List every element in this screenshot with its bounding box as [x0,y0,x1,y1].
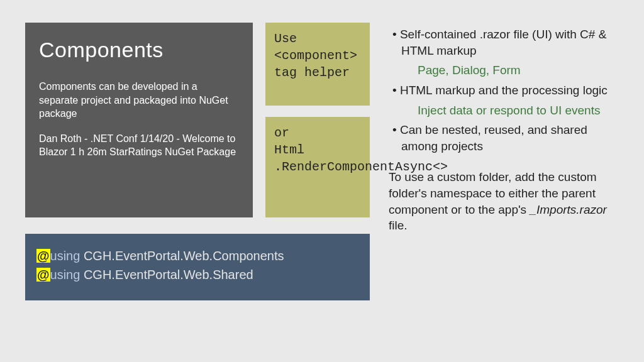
note-filename: _Imports.razor [530,203,606,216]
using-keyword: using [50,249,80,263]
snippet-line: Html [274,141,361,158]
namespace: CGH.EventPortal.Web.Shared [80,268,253,282]
code-line: @using CGH.EventPortal.Web.Components [36,246,358,265]
snippet-line: .RenderComponentAsync<> [274,158,361,175]
title-description: Components can be developed in a separat… [39,80,239,121]
code-line: @using CGH.EventPortal.Web.Shared [36,265,358,284]
bullet-subitem: Inject data or respond to UI events [386,102,623,119]
bullet-list: Self-contained .razor file (UI) with C# … [386,26,623,154]
bullet-subitem: Page, Dialog, Form [386,62,623,79]
using-keyword: using [50,268,80,282]
title-attribution: Dan Roth - .NET Conf 1/14/20 - Welcome t… [39,132,239,159]
code-box-usings: @using CGH.EventPortal.Web.Components @u… [25,234,370,300]
slide: Components Components can be developed i… [0,0,644,362]
bullet-item: Can be nested, reused, and shared among … [386,122,623,154]
at-symbol: @ [36,268,50,282]
bullet-item: HTML markup and the processing logic [386,82,623,99]
bullet-item: Self-contained .razor file (UI) with C# … [386,26,623,58]
bullet-panel: Self-contained .razor file (UI) with C# … [384,23,625,351]
note-text: file. [389,219,408,232]
snippet-box-renderasync: or Html .RenderComponentAsync<> [265,117,370,217]
snippet-line: <component> [274,47,361,64]
namespace: CGH.EventPortal.Web.Components [80,249,284,263]
custom-folder-note: To use a custom folder, add the custom f… [386,169,623,234]
snippet-box-taghelper: Use <component> tag helper [265,23,370,106]
snippet-line: or [274,124,361,141]
snippet-line: Use [274,30,361,47]
snippet-line: tag helper [274,64,361,81]
at-symbol: @ [36,249,50,263]
title-box: Components Components can be developed i… [25,23,253,217]
slide-title: Components [39,38,239,62]
